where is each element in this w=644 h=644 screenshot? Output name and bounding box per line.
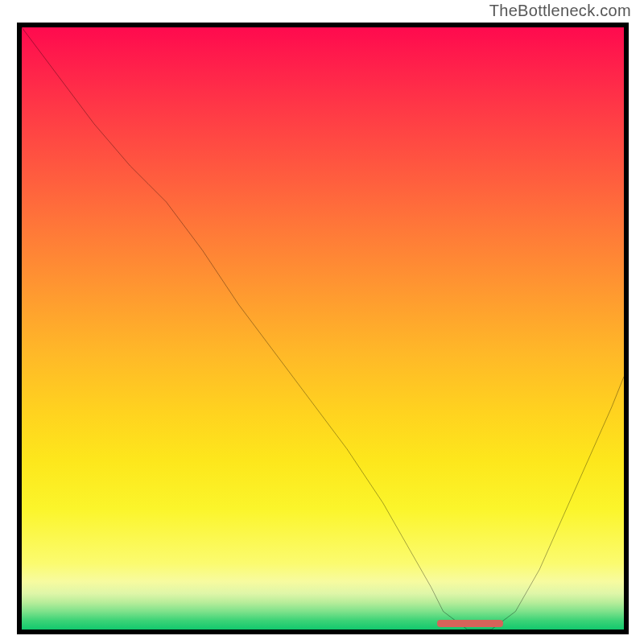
- bottleneck-curve: [22, 27, 624, 630]
- plot-area: [22, 27, 624, 630]
- watermark-text: TheBottleneck.com: [489, 2, 631, 20]
- optimal-range-marker: [437, 620, 503, 627]
- chart-frame: TheBottleneck.com: [0, 0, 644, 644]
- bottleneck-curve-path: [22, 27, 624, 630]
